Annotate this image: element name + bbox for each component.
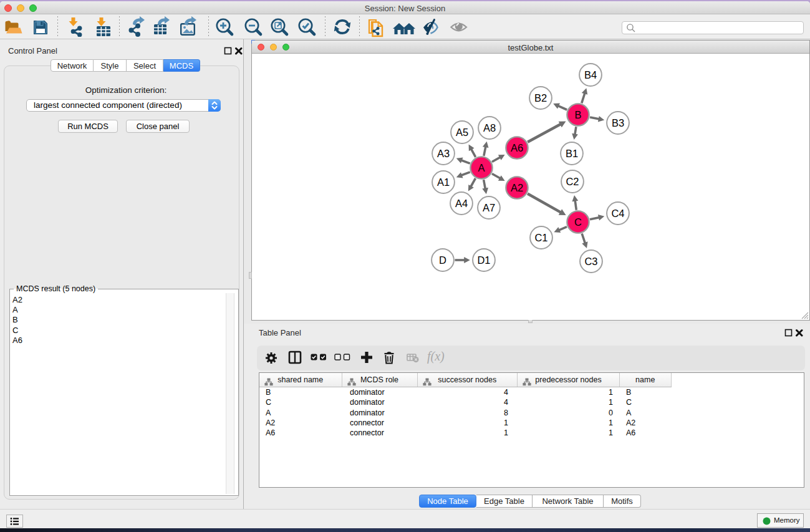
svg-text:C1: C1 [534,232,547,243]
svg-text:A1: A1 [437,177,450,188]
svg-text:A7: A7 [483,202,495,213]
svg-text:A8: A8 [483,122,496,133]
svg-text:B: B [574,109,581,120]
svg-text:C2: C2 [566,176,579,187]
svg-text:B4: B4 [584,69,597,80]
svg-text:B2: B2 [534,92,547,104]
svg-text:A6: A6 [511,142,523,153]
svg-text:A5: A5 [456,127,468,138]
svg-text:D: D [439,254,446,266]
svg-text:B1: B1 [566,148,578,159]
svg-text:C3: C3 [584,256,597,267]
svg-text:A2: A2 [511,182,523,193]
svg-text:C: C [574,216,582,228]
svg-text:A3: A3 [437,148,450,159]
svg-text:C4: C4 [611,208,624,219]
svg-text:B3: B3 [612,117,624,128]
svg-text:A4: A4 [455,198,468,209]
svg-text:A: A [478,162,485,173]
svg-text:D1: D1 [477,254,490,266]
